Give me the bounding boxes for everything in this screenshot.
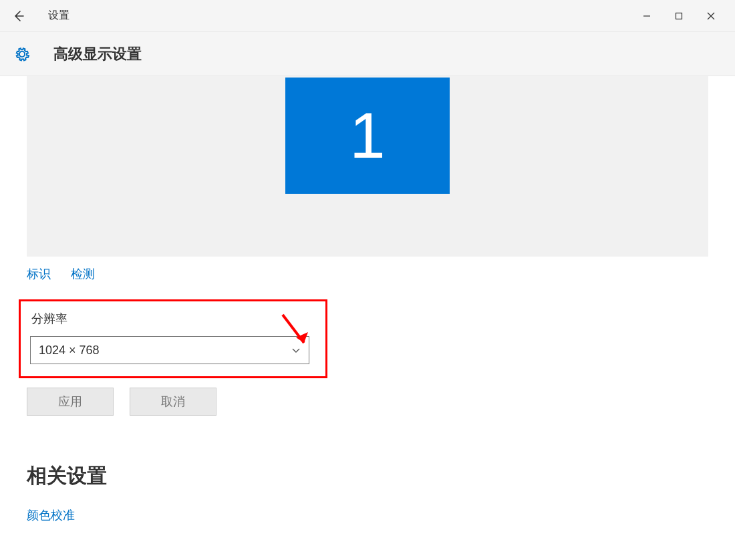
chevron-down-icon bbox=[291, 345, 301, 355]
apply-cancel-row: 应用 取消 bbox=[27, 388, 735, 416]
display-arrangement-area[interactable]: 1 bbox=[27, 76, 708, 257]
cancel-button[interactable]: 取消 bbox=[130, 388, 216, 416]
svg-rect-1 bbox=[676, 13, 682, 19]
color-calibration-link[interactable]: 颜色校准 bbox=[27, 507, 75, 523]
back-arrow-icon bbox=[12, 9, 25, 23]
display-actions-row: 标识 检测 bbox=[27, 266, 735, 282]
settings-gear bbox=[12, 44, 32, 64]
page-title: 高级显示设置 bbox=[53, 44, 142, 64]
detect-link[interactable]: 检测 bbox=[71, 266, 95, 282]
identify-link[interactable]: 标识 bbox=[27, 266, 51, 282]
window-controls bbox=[631, 5, 727, 27]
minimize-button[interactable] bbox=[631, 5, 663, 27]
maximize-icon bbox=[675, 12, 683, 20]
maximize-button[interactable] bbox=[663, 5, 695, 27]
monitor-tile-1[interactable]: 1 bbox=[285, 78, 450, 194]
gear-icon bbox=[13, 45, 31, 63]
resolution-label: 分辨率 bbox=[31, 311, 316, 327]
minimize-icon bbox=[643, 12, 651, 20]
app-title: 设置 bbox=[48, 9, 69, 23]
back-button[interactable] bbox=[8, 5, 29, 27]
apply-button[interactable]: 应用 bbox=[27, 388, 114, 416]
monitor-number: 1 bbox=[349, 99, 385, 172]
close-button[interactable] bbox=[695, 5, 727, 27]
resolution-highlight-box: 分辨率 1024 × 768 bbox=[19, 299, 327, 378]
related-settings-heading: 相关设置 bbox=[27, 462, 735, 490]
resolution-dropdown[interactable]: 1024 × 768 bbox=[30, 336, 309, 364]
content-area: 1 标识 检测 分辨率 1024 × 768 应用 取消 相关设置 颜色校准 bbox=[0, 76, 735, 523]
page-header: 高级显示设置 bbox=[0, 32, 735, 76]
titlebar: 设置 bbox=[0, 0, 735, 32]
resolution-value: 1024 × 768 bbox=[39, 343, 100, 358]
close-icon bbox=[707, 12, 715, 20]
